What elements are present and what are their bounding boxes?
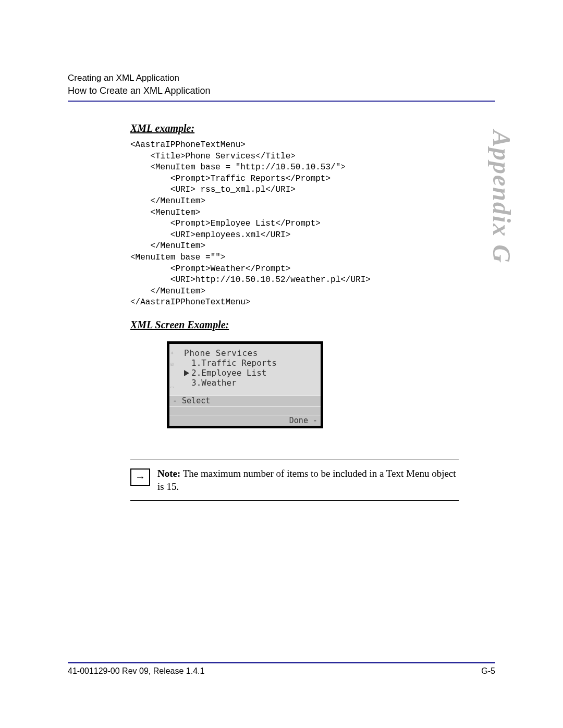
screen-side-icons: ✳⎚▭ <box>170 347 179 393</box>
softkey-row-3: Done - <box>169 415 321 426</box>
header-breadcrumb: Creating an XML Application <box>68 73 495 83</box>
note-arrow-icon: → <box>130 468 150 486</box>
page-footer: 41-001129-00 Rev 09, Release 1.4.1 G-5 <box>68 662 495 676</box>
screen-title: Phone Services <box>184 348 317 358</box>
xml-example-heading: XML example: <box>130 122 459 134</box>
footer-page-number: G-5 <box>481 667 495 676</box>
header-subtitle: How to Create an XML Application <box>68 85 495 96</box>
note-body: The maximum number of items to be includ… <box>157 468 456 492</box>
screen-item-2: 2.Employee List <box>191 368 317 378</box>
footer-rule <box>68 662 495 663</box>
phone-screen-mockup: ✳⎚▭ Phone Services 1.Traffic Reports 2.E… <box>167 341 323 428</box>
appendix-side-label: Appendix G <box>487 130 516 264</box>
softkey-select: - Select <box>173 396 210 406</box>
main-content: XML example: <AastraIPPhoneTextMenu> <Ti… <box>130 122 459 501</box>
page-header: Creating an XML Application How to Creat… <box>68 73 495 102</box>
screen-item-1: 1.Traffic Reports <box>191 358 317 368</box>
note-text: Note: The maximum number of items to be … <box>157 467 459 493</box>
screen-item-3: 3.Weather <box>191 378 317 388</box>
softkey-row-2 <box>169 406 321 415</box>
note-block: → Note: The maximum number of items to b… <box>130 460 459 501</box>
note-label: Note: <box>157 468 180 479</box>
softkey-row-1: - Select <box>169 395 321 406</box>
softkey-done: Done - <box>289 415 317 426</box>
xml-code-block: <AastraIPPhoneTextMenu> <Title>Phone Ser… <box>130 140 459 309</box>
header-rule <box>68 101 495 102</box>
xml-screen-heading: XML Screen Example: <box>130 319 459 331</box>
footer-doc-id: 41-001129-00 Rev 09, Release 1.4.1 <box>68 667 204 676</box>
